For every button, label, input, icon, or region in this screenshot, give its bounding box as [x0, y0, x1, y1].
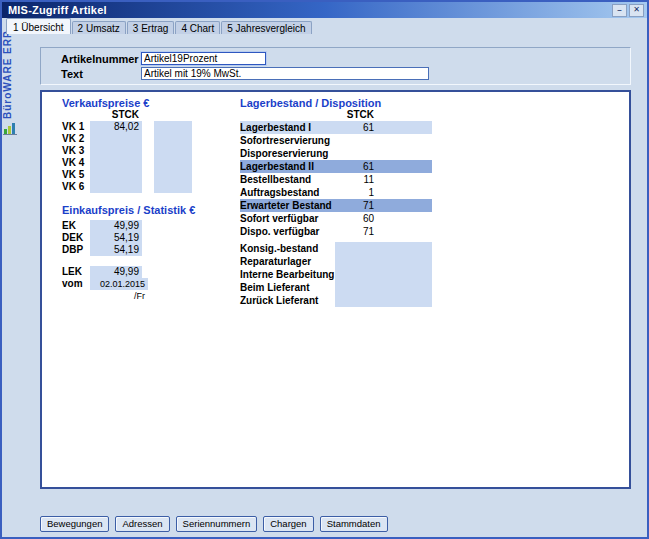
stock-location-row: Interne Bearbeitung	[240, 268, 432, 281]
stock-location-row: Reparaturlager	[240, 255, 432, 268]
tab-uebersicht[interactable]: 1 Übersicht	[6, 18, 71, 34]
qty-cell	[335, 242, 432, 255]
price-cell-2	[154, 133, 192, 145]
price-cell: 49,99	[90, 266, 142, 278]
stock-row: Bestellbestand11	[240, 173, 432, 186]
qty-cell: 71	[300, 199, 374, 212]
stock-location-row: Zurück Lieferant	[240, 294, 432, 307]
qty-cell: 60	[300, 212, 374, 225]
price-cell: 54,19	[90, 232, 142, 244]
sales-section-title: Verkaufspreise €	[62, 97, 149, 109]
stock-location-row: Beim Lieferant	[240, 281, 432, 294]
stock-row: Sofortreservierung	[240, 134, 432, 147]
stock-location-table: Konsig.-bestand Reparaturlager Interne B…	[240, 242, 432, 307]
action-button-bar: Bewegungen Adressen Seriennummern Charge…	[40, 516, 388, 532]
stock-row: Disporeservierung	[240, 147, 432, 160]
purchase-section-title: Einkaufspreis / Statistik €	[62, 204, 195, 216]
price-cell-2	[154, 145, 192, 157]
text-input[interactable]	[141, 67, 429, 80]
price-cell	[90, 169, 142, 181]
stock-location-row: Konsig.-bestand	[240, 242, 432, 255]
bewegungen-button[interactable]: Bewegungen	[40, 516, 109, 532]
chargen-button[interactable]: Chargen	[263, 516, 313, 532]
stock-row: Sofort verfügbar60	[240, 212, 432, 225]
minimize-icon[interactable]: –	[612, 4, 627, 17]
stock-row: Lagerbestand II61	[240, 160, 432, 173]
titlebar: MIS-Zugriff Artikel – ✕	[2, 2, 647, 18]
price-cell	[90, 181, 142, 193]
price-cell-2	[154, 169, 192, 181]
brand-vertical-text: BüroWARE ERP	[2, 35, 17, 119]
stock-unit-header: STCK	[314, 109, 374, 120]
window-title: MIS-Zugriff Artikel	[8, 4, 107, 16]
price-cell: 54,19	[90, 244, 142, 256]
tab-ertrag[interactable]: 3 Ertrag	[127, 21, 175, 34]
app-window: MIS-Zugriff Artikel – ✕ 1 Übersicht 2 Um…	[0, 0, 649, 539]
price-cell	[90, 145, 142, 157]
tab-bar: 1 Übersicht 2 Umsatz 3 Ertrag 4 Chart 5 …	[6, 18, 313, 34]
overview-panel: Verkaufspreise € STCK VK 184,02 VK 2 VK …	[40, 90, 631, 489]
stock-row: Lagerbestand I61	[240, 121, 432, 134]
stock-row: Auftragsbestand1	[240, 186, 432, 199]
qty-cell	[335, 281, 432, 294]
qty-cell: 71	[300, 225, 374, 238]
stock-table: Lagerbestand I61 Sofortreservierung Disp…	[240, 121, 432, 238]
stammdaten-button[interactable]: Stammdaten	[320, 516, 388, 532]
date-cell: 02.01.2015 /Fr	[90, 278, 148, 290]
article-form: Artikelnummer Text	[40, 47, 631, 85]
seriennummern-button[interactable]: Seriennummern	[176, 516, 258, 532]
stock-row: Dispo. verfügbar71	[240, 225, 432, 238]
text-label: Text	[61, 68, 83, 80]
price-cell: 49,99	[90, 220, 142, 232]
price-cell-2	[154, 157, 192, 169]
stock-row: Erwarteter Bestand71	[240, 199, 432, 212]
qty-cell	[335, 255, 432, 268]
price-cell-2	[154, 181, 192, 193]
price-cell	[90, 157, 142, 169]
chart-icon[interactable]	[3, 121, 17, 135]
tab-umsatz[interactable]: 2 Umsatz	[72, 21, 126, 34]
qty-cell	[335, 268, 432, 281]
price-cell	[90, 133, 142, 145]
qty-cell: 11	[300, 173, 374, 186]
qty-cell: 1	[300, 186, 374, 199]
close-icon[interactable]: ✕	[629, 4, 644, 17]
qty-cell: 61	[300, 121, 374, 134]
artikelnummer-input[interactable]	[141, 52, 266, 65]
qty-cell: 61	[300, 160, 374, 173]
sales-unit-header: STCK	[90, 109, 142, 120]
tab-jahresvergleich[interactable]: 5 Jahresvergleich	[221, 21, 311, 34]
qty-cell	[335, 294, 432, 307]
tab-chart[interactable]: 4 Chart	[175, 21, 220, 34]
artikelnummer-label: Artikelnummer	[61, 53, 139, 65]
stock-section-title: Lagerbestand / Disposition	[240, 97, 381, 109]
window-controls: – ✕	[612, 4, 644, 17]
price-cell-2	[154, 121, 192, 133]
price-cell: 84,02	[90, 121, 142, 133]
adressen-button[interactable]: Adressen	[115, 516, 169, 532]
